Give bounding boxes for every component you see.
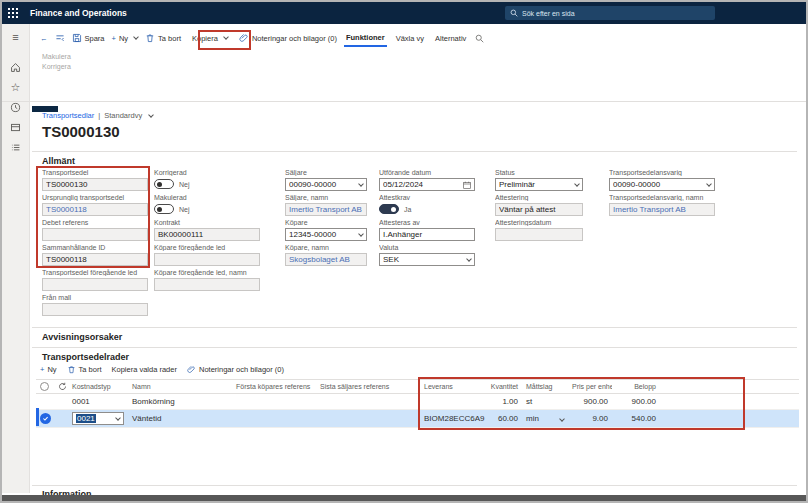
new-button[interactable]: + Ny	[112, 34, 139, 43]
field-transportsedelansvarig: Transportsedelansvarig 00090-00000	[609, 169, 715, 191]
lines-copy-rows-button[interactable]: Kopiera valda rader	[112, 365, 177, 374]
favorites-star-icon[interactable]: ☆	[6, 79, 26, 96]
breadcrumb-entity-link[interactable]: Transportsedlar	[42, 111, 94, 120]
col-header-pris[interactable]: Pris per enhet	[568, 380, 612, 394]
col-header-namn[interactable]: Namn	[128, 380, 232, 394]
paperclip-icon	[187, 365, 196, 374]
calendar-icon[interactable]	[463, 181, 471, 189]
chevron-down-icon	[706, 181, 712, 187]
ansvarig-namn-input[interactable]: Imertio Transport AB	[609, 203, 715, 216]
chevron-down-icon	[466, 256, 472, 262]
ursprunglig-input[interactable]: TS0000118	[42, 203, 148, 216]
col-header-kvantitet[interactable]: Kvantitet	[486, 380, 522, 394]
field-kopare: Köpare 12345-00000	[285, 219, 367, 241]
field-ursprunglig-transportsedel: Ursprunglig transportsedel TS0000118	[42, 194, 148, 216]
hamburger-menu-icon[interactable]: ≡	[6, 28, 26, 45]
tab-alternativ[interactable]: Alternativ	[433, 31, 468, 46]
saljare-namn-input[interactable]: Imertio Transport AB	[285, 203, 367, 216]
lines-notes-button[interactable]: Noteringar och bilagor (0)	[187, 365, 284, 374]
global-search-input[interactable]: Sök efter en sida	[505, 6, 715, 20]
col-header-forsta[interactable]: Första köpares referens	[232, 380, 316, 394]
back-button[interactable]: ←	[40, 34, 48, 43]
status-dropdown[interactable]: Preliminär	[495, 178, 583, 191]
utforande-datum-input[interactable]: 05/12/2024	[379, 178, 475, 191]
section-header-allmant[interactable]: Allmänt	[42, 156, 75, 166]
waffle-grid-icon	[8, 8, 18, 18]
korrigerad-toggle[interactable]	[154, 179, 174, 189]
col-header-mattslag[interactable]: Måttslag	[522, 380, 568, 394]
attesteringsdatum-input[interactable]	[495, 228, 583, 241]
collapse-pane-button[interactable]	[55, 33, 65, 43]
nav-rail: ≡ ☆	[2, 24, 30, 493]
grid-row-1[interactable]: 0001 Bomkörning 1.00 st 900.00 900.00	[36, 394, 799, 410]
select-all-checkbox[interactable]	[40, 382, 49, 391]
grid-row-2-selected[interactable]: 0021 Väntetid BIOM28ECC6A9 60.00 min 9.0…	[36, 410, 799, 428]
lines-toolbar: +Ny Ta bort Kopiera valda rader Notering…	[40, 365, 284, 374]
app-launcher-icon[interactable]	[2, 2, 24, 24]
section-divider	[32, 347, 797, 348]
field-transportsedelansvarig-namn: Transportsedelansvarig, namn Imertio Tra…	[609, 194, 715, 216]
col-header-kostnadstyp[interactable]: Kostnadstyp	[68, 380, 128, 394]
field-utforande-datum: Utförande datum 05/12/2024	[379, 169, 475, 191]
breadcrumb-view[interactable]: Standardvy	[104, 111, 142, 120]
workspaces-icon[interactable]	[6, 119, 26, 136]
attesteras-av-input[interactable]: I.Anhänger	[379, 228, 475, 241]
col-header-sista[interactable]: Sista säljares referens	[316, 380, 420, 394]
tab-vaxla-vy[interactable]: Växla vy	[394, 31, 426, 46]
kontrakt-input[interactable]: BK00000111	[154, 228, 260, 241]
menu-item-makulera[interactable]: Makulera	[42, 53, 71, 60]
field-kontrakt: Kontrakt BK00000111	[154, 219, 260, 241]
col-header-belopp[interactable]: Belopp	[612, 380, 660, 394]
foregaende-led-input[interactable]	[42, 278, 148, 291]
kopare-foregaende-led-input[interactable]	[154, 253, 260, 266]
field-status: Status Preliminär	[495, 169, 583, 191]
section-divider	[32, 327, 797, 328]
transportsedel-input[interactable]: TS0000130	[42, 178, 148, 191]
fran-mall-input[interactable]	[42, 303, 148, 316]
pane-search-button[interactable]	[475, 34, 484, 43]
selected-check-icon[interactable]	[40, 413, 51, 424]
sammanhallande-id-input[interactable]: TS0000118	[42, 253, 148, 266]
lines-new-button[interactable]: +Ny	[40, 365, 57, 374]
kostnadstyp-combobox[interactable]: 0021	[72, 412, 124, 425]
notes-attachments-button[interactable]: Noteringar och bilagor (0)	[239, 33, 337, 43]
save-icon	[72, 33, 82, 43]
debet-referens-input[interactable]	[42, 228, 148, 241]
saljare-dropdown[interactable]: 00090-00000	[285, 178, 367, 191]
modules-list-icon[interactable]	[6, 139, 26, 156]
app-title: Finance and Operations	[30, 8, 127, 18]
breadcrumb: Transportsedlar | Standardvy	[42, 111, 153, 120]
valuta-dropdown[interactable]: SEK	[379, 253, 475, 266]
col-header-leverans[interactable]: Leverans	[420, 380, 486, 394]
chevron-down-icon	[148, 112, 154, 118]
kostnadstyp-edit-cell[interactable]: 0021	[68, 410, 128, 428]
home-icon[interactable]	[6, 59, 26, 76]
menu-item-korrigera[interactable]: Korrigera	[42, 63, 71, 70]
field-attesteras-av: Attesteras av I.Anhänger	[379, 219, 475, 241]
attestering-input[interactable]: Väntar på attest	[495, 203, 583, 216]
save-button[interactable]: Spara	[72, 33, 105, 43]
mattslag-edit-cell[interactable]: min	[522, 410, 568, 428]
attestkrav-toggle[interactable]	[379, 204, 399, 214]
section-header-avvisningsorsaker[interactable]: Avvisningsorsaker	[42, 332, 122, 342]
section-header-transportsedelrader[interactable]: Transportsedelrader	[42, 352, 129, 362]
field-sammanhallande-id: Sammanhållande ID TS0000118	[42, 244, 148, 266]
copy-button[interactable]: Kopiera	[188, 31, 232, 46]
kopare-foregaende-led-namn-input[interactable]	[154, 278, 260, 291]
field-korrigerad: Korrigerad Nej	[154, 169, 260, 189]
field-attestkrav: Attestkrav Ja	[379, 194, 475, 214]
leverans-edit-cell[interactable]: BIOM28ECC6A9	[420, 410, 486, 428]
kopare-dropdown[interactable]: 12345-00000	[285, 228, 367, 241]
pane-divider	[2, 101, 806, 102]
field-valuta: Valuta SEK	[379, 244, 475, 266]
chevron-down-icon	[559, 416, 565, 422]
ansvarig-dropdown[interactable]: 00090-00000	[609, 178, 715, 191]
field-makulerad: Makulerad Nej	[154, 194, 260, 214]
lines-delete-button[interactable]: Ta bort	[67, 365, 102, 374]
makulerad-toggle[interactable]	[154, 204, 174, 214]
refresh-icon[interactable]	[58, 382, 67, 391]
tab-funktioner[interactable]: Funktioner	[344, 30, 387, 47]
kopare-namn-input[interactable]: Skogsbolaget AB	[285, 253, 367, 266]
field-kopare-foregaende-led-namn: Köpare föregående led, namn	[154, 269, 260, 291]
delete-button[interactable]: Ta bort	[145, 33, 181, 43]
